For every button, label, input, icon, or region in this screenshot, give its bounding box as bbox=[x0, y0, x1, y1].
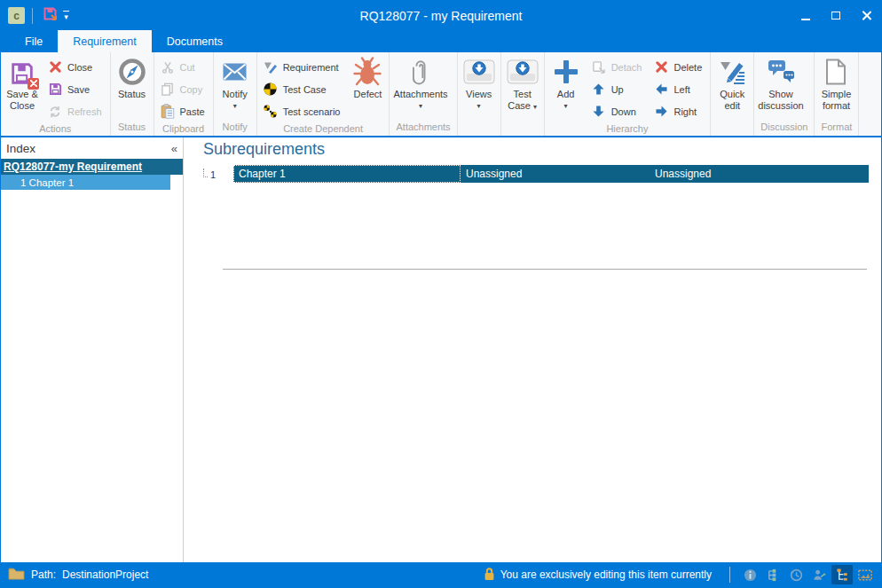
defect-label: Defect bbox=[354, 89, 382, 100]
notify-button[interactable]: Notify bbox=[215, 53, 256, 121]
application-window: c ▾ RQ128077 - my Requirement bbox=[0, 0, 882, 588]
cell-status[interactable]: Unassigned bbox=[650, 165, 869, 183]
status-bar: Path: DestinationProject You are exclusi… bbox=[1, 562, 881, 587]
tree-structure-button[interactable] bbox=[831, 565, 853, 584]
org-structure-button[interactable] bbox=[762, 565, 784, 584]
statusbar-separator bbox=[729, 567, 730, 583]
ribbon-group-actions: Save & Close Close bbox=[1, 52, 111, 136]
status-compass-icon bbox=[118, 58, 146, 90]
close-button[interactable]: Close bbox=[43, 56, 109, 78]
save-button[interactable]: Save bbox=[43, 78, 109, 100]
move-left-label: Left bbox=[673, 84, 689, 95]
lock-icon bbox=[484, 567, 495, 584]
cell-assignee[interactable]: Unassigned bbox=[461, 165, 650, 183]
refresh-label: Refresh bbox=[67, 106, 102, 117]
show-discussion-button[interactable]: Show discussion bbox=[755, 53, 806, 121]
window-controls bbox=[791, 1, 881, 30]
attachments-button[interactable]: Attachments bbox=[390, 53, 450, 121]
quick-save-button[interactable] bbox=[40, 6, 59, 26]
delete-label: Delete bbox=[673, 62, 702, 73]
delete-button[interactable]: Delete bbox=[649, 56, 709, 78]
group-label-status: Status bbox=[112, 121, 153, 136]
exclusive-edit-message: You are exclusively editing this item cu… bbox=[500, 568, 712, 581]
test-case-view-icon bbox=[507, 59, 539, 88]
move-up-label: Up bbox=[611, 84, 624, 95]
add-dropdown-caret-icon bbox=[564, 100, 568, 109]
move-down-button[interactable]: Down bbox=[587, 100, 650, 122]
simple-format-button[interactable]: Simple format bbox=[815, 53, 856, 121]
tab-documents[interactable]: Documents bbox=[152, 30, 238, 52]
preview-frame-button[interactable] bbox=[854, 565, 876, 584]
sidebar-item-chapter[interactable]: 1 Chapter 1 bbox=[1, 175, 170, 190]
refresh-icon bbox=[47, 106, 63, 118]
tree-guide-icon bbox=[203, 169, 208, 177]
path-value: DestinationProject bbox=[62, 568, 148, 581]
save-and-close-button[interactable]: Save & Close bbox=[2, 53, 43, 122]
group-label-create-dependent: Create Dependent bbox=[258, 122, 389, 136]
delete-x-icon bbox=[653, 61, 669, 73]
sidebar-collapse-button[interactable]: « bbox=[171, 142, 177, 155]
ribbon: Save & Close Close bbox=[1, 52, 881, 137]
save-close-label-1: Save & bbox=[6, 89, 37, 100]
user-edit-button[interactable] bbox=[808, 565, 830, 584]
save-label: Save bbox=[67, 84, 90, 95]
maximize-icon bbox=[831, 12, 840, 20]
ribbon-group-views: Views bbox=[458, 52, 501, 136]
create-requirement-button[interactable]: Requirement bbox=[258, 56, 348, 78]
tab-requirement[interactable]: Requirement bbox=[58, 30, 152, 52]
info-button[interactable] bbox=[739, 565, 760, 584]
group-label-quick-edit bbox=[712, 121, 752, 136]
status-button[interactable]: Status bbox=[112, 53, 153, 121]
tab-file[interactable]: File bbox=[10, 30, 58, 52]
cell-title[interactable]: Chapter 1 bbox=[233, 165, 461, 183]
section-divider bbox=[223, 269, 867, 270]
ribbon-group-test-case: Test Case bbox=[501, 52, 545, 136]
sidebar-item-root-requirement[interactable]: RQ128077-my Requirement bbox=[1, 159, 183, 175]
qat-customize-button[interactable]: ▾ bbox=[63, 11, 69, 21]
close-red-icon bbox=[47, 61, 63, 73]
move-right-button[interactable]: Right bbox=[649, 100, 709, 122]
ribbon-group-create-dependent: Requirement Test Case bbox=[257, 52, 390, 136]
save-small-icon bbox=[47, 82, 63, 96]
discussion-bubbles-icon bbox=[767, 59, 795, 89]
test-case-view-label-1: Test bbox=[514, 89, 532, 100]
minimize-button[interactable] bbox=[791, 1, 821, 30]
views-label: Views bbox=[466, 89, 492, 100]
bug-icon bbox=[353, 57, 382, 90]
path-label: Path: bbox=[31, 568, 56, 581]
create-defect-button[interactable]: Defect bbox=[347, 53, 388, 122]
arrow-down-icon bbox=[591, 106, 607, 117]
close-window-button[interactable] bbox=[851, 1, 881, 30]
test-case-view-button[interactable]: Test Case bbox=[502, 53, 543, 121]
move-left-button[interactable]: Left bbox=[649, 78, 709, 100]
create-test-case-label: Test Case bbox=[283, 84, 327, 95]
app-icon[interactable]: c bbox=[8, 7, 25, 24]
paste-button[interactable]: Paste bbox=[155, 100, 212, 122]
group-label-format: Format bbox=[815, 121, 857, 136]
create-test-case-button[interactable]: Test Case bbox=[258, 78, 348, 100]
refresh-button[interactable]: Refresh bbox=[43, 100, 109, 122]
history-button[interactable] bbox=[785, 565, 807, 584]
subrequirement-row[interactable]: Chapter 1 Unassigned Unassigned bbox=[233, 165, 869, 183]
group-label-views bbox=[459, 121, 500, 136]
simple-format-label-2: format bbox=[823, 100, 850, 112]
cut-button[interactable]: Cut bbox=[155, 56, 212, 78]
test-case-dropdown-caret-icon bbox=[533, 100, 537, 111]
detach-icon bbox=[591, 60, 607, 74]
subrequirements-panel: Subrequirements 1 Chapter 1 Unassigned U… bbox=[184, 137, 881, 562]
add-button[interactable]: Add bbox=[546, 53, 587, 122]
group-label-notify: Notify bbox=[215, 121, 256, 136]
chevron-down-icon: ▾ bbox=[64, 12, 68, 21]
create-test-scenario-button[interactable]: Test scenario bbox=[258, 100, 348, 122]
ribbon-group-format: Simple format Format bbox=[815, 52, 859, 136]
move-down-label: Down bbox=[611, 106, 636, 117]
close-label: Close bbox=[67, 62, 92, 73]
quick-edit-label-2: edit bbox=[724, 100, 740, 112]
copy-icon bbox=[160, 82, 176, 96]
move-up-button[interactable]: Up bbox=[587, 78, 650, 100]
quick-edit-button[interactable]: Quick edit bbox=[712, 53, 752, 121]
maximize-button[interactable] bbox=[821, 1, 851, 30]
copy-button[interactable]: Copy bbox=[155, 78, 212, 100]
detach-button[interactable]: Detach bbox=[587, 56, 650, 78]
views-button[interactable]: Views bbox=[459, 53, 500, 121]
